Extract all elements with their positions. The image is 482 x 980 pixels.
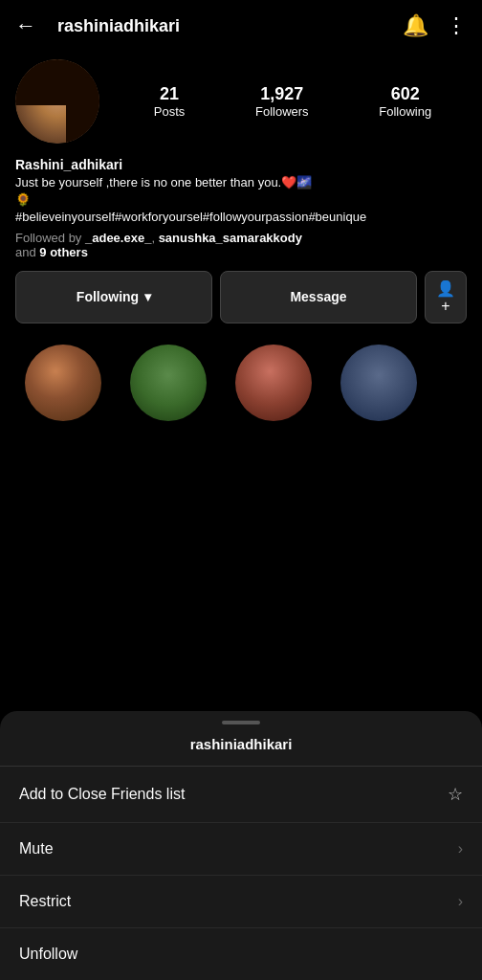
stat-posts[interactable]: 21 Posts <box>154 84 186 119</box>
followers-count: 1,927 <box>260 84 303 104</box>
sheet-title: rashiniadhikari <box>0 728 482 767</box>
posts-label: Posts <box>154 104 186 119</box>
action-buttons: Following ▾ Message 👤+ <box>15 271 467 323</box>
story-thumb <box>25 345 101 421</box>
followed-by-user2[interactable]: sanushka_samarakkody <box>159 231 302 245</box>
stats-row: 21 Posts 1,927 Followers 602 Following <box>119 84 467 119</box>
avatar[interactable] <box>15 59 99 144</box>
stat-followers[interactable]: 1,927 Followers <box>255 84 309 119</box>
stories-row <box>15 337 467 450</box>
header: ← rashiniadhikari 🔔 ⋮ <box>0 0 482 52</box>
story-thumb <box>235 345 312 421</box>
followed-by-user1[interactable]: _adee.exe_ <box>85 231 151 245</box>
sheet-handle <box>222 721 260 724</box>
bio-section: Rashini_adhikari Just be yourself ,there… <box>15 157 467 259</box>
chevron-right-icon: › <box>458 893 463 910</box>
stat-following[interactable]: 602 Following <box>379 84 431 119</box>
sheet-item-mute[interactable]: Mute › <box>0 823 482 876</box>
header-icons: 🔔 ⋮ <box>403 13 467 38</box>
following-button[interactable]: Following ▾ <box>15 271 212 323</box>
story-thumb <box>340 345 417 421</box>
display-name: Rashini_adhikari <box>15 157 467 172</box>
back-button[interactable]: ← <box>15 13 46 38</box>
sheet-item-restrict[interactable]: Restrict › <box>0 876 482 928</box>
profile-section: 21 Posts 1,927 Followers 602 Following R… <box>0 52 482 461</box>
mute-label: Mute <box>19 840 54 858</box>
header-username: rashiniadhikari <box>57 16 391 36</box>
notification-icon[interactable]: 🔔 <box>403 13 428 38</box>
chevron-right-icon: › <box>458 840 463 858</box>
story-item[interactable] <box>226 341 321 446</box>
story-item[interactable] <box>15 341 111 446</box>
sheet-item-close-friends[interactable]: Add to Close Friends list ☆ <box>0 767 482 823</box>
followed-by-others[interactable]: 9 others <box>39 245 88 259</box>
unfollow-label: Unfollow <box>19 946 77 963</box>
followed-by: Followed by _adee.exe_, sanushka_samarak… <box>15 231 467 259</box>
close-friends-label: Add to Close Friends list <box>19 786 185 803</box>
followed-by-suffix: and <box>15 245 39 259</box>
followers-label: Followers <box>255 104 309 119</box>
bottom-sheet: rashiniadhikari Add to Close Friends lis… <box>0 711 482 980</box>
story-item[interactable] <box>120 341 216 446</box>
posts-count: 21 <box>160 84 179 104</box>
message-button[interactable]: Message <box>220 271 417 323</box>
star-icon: ☆ <box>448 784 463 805</box>
sheet-handle-row <box>0 711 482 728</box>
add-person-button[interactable]: 👤+ <box>425 271 467 323</box>
bio-line3: #believeinyourself#workforyoursel#follow… <box>15 210 366 224</box>
story-item[interactable] <box>331 341 427 446</box>
following-label: Following <box>379 104 431 119</box>
more-options-icon[interactable]: ⋮ <box>446 13 467 38</box>
story-thumb <box>130 345 207 421</box>
followed-by-prefix: Followed by <box>15 231 85 245</box>
bio-text: Just be yourself ,there is no one better… <box>15 174 467 227</box>
profile-top: 21 Posts 1,927 Followers 602 Following <box>15 59 467 144</box>
add-person-icon: 👤+ <box>433 279 458 315</box>
sheet-item-unfollow[interactable]: Unfollow <box>0 928 482 980</box>
following-count: 602 <box>391 84 420 104</box>
bio-line1: Just be yourself ,there is no one better… <box>15 175 312 189</box>
restrict-label: Restrict <box>19 893 71 910</box>
bio-line2: 🌻 <box>15 192 31 207</box>
